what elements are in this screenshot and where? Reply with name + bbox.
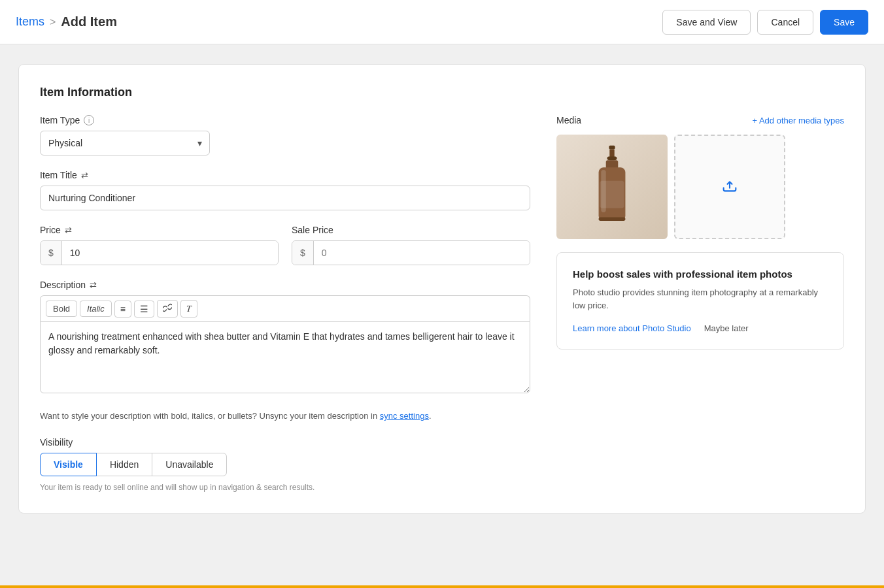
- header-actions: Save and View Cancel Save: [662, 10, 868, 35]
- boost-card-actions: Learn more about Photo Studio Maybe late…: [573, 323, 828, 333]
- items-breadcrumb-link[interactable]: Items: [16, 15, 44, 29]
- item-type-label-text: Item Type: [40, 115, 80, 125]
- breadcrumb-separator: >: [50, 16, 56, 28]
- italic-button[interactable]: Italic: [80, 301, 112, 317]
- sync-hint: Want to style your description with bold…: [40, 410, 530, 423]
- page-title: Add Item: [61, 14, 117, 29]
- sync-settings-link[interactable]: sync settings: [380, 411, 429, 421]
- upload-icon: [721, 176, 739, 198]
- left-column: Item Type i Physical Digital Service ▾: [40, 115, 530, 492]
- right-column: Media + Add other media types: [556, 115, 844, 492]
- save-and-view-button[interactable]: Save and View: [662, 10, 751, 35]
- svg-rect-7: [599, 217, 626, 221]
- item-title-label-text: Item Title: [40, 170, 77, 180]
- visibility-label-text: Visibility: [40, 437, 73, 448]
- item-type-select[interactable]: Physical Digital Service: [40, 131, 210, 155]
- price-label-text: Price: [40, 225, 61, 235]
- visibility-buttons: Visible Hidden Unavailable: [40, 453, 530, 476]
- item-type-group: Item Type i Physical Digital Service ▾: [40, 115, 530, 155]
- item-type-label: Item Type i: [40, 115, 530, 125]
- item-type-info-icon[interactable]: i: [84, 115, 94, 125]
- description-toolbar: Bold Italic ≡ ☰ 𝑇: [40, 295, 530, 321]
- visibility-label: Visibility: [40, 437, 530, 448]
- price-input-wrapper: $: [40, 240, 279, 265]
- svg-rect-2: [607, 157, 617, 161]
- price-group: Price ⇄ $ Sale Price $: [40, 225, 530, 265]
- description-group: Description ⇄ Bold Italic ≡ ☰ 𝑇 A nouris…: [40, 280, 530, 395]
- description-textarea[interactable]: A nourishing treatment enhanced with she…: [40, 321, 530, 393]
- ordered-list-button[interactable]: ☰: [134, 301, 154, 318]
- visibility-hint: Your item is ready to sell online and wi…: [40, 483, 530, 492]
- link-button[interactable]: [157, 300, 178, 318]
- main-container: Item Information Item Type i Physical Di…: [0, 44, 884, 533]
- visibility-unavailable-button[interactable]: Unavailable: [152, 453, 227, 476]
- description-label: Description ⇄: [40, 280, 530, 290]
- visibility-visible-button[interactable]: Visible: [40, 453, 97, 476]
- item-title-input[interactable]: [40, 186, 530, 210]
- save-button[interactable]: Save: [820, 10, 868, 35]
- bullet-list-button[interactable]: ≡: [114, 301, 131, 318]
- media-label: Media: [556, 115, 581, 125]
- bold-button[interactable]: Bold: [46, 301, 77, 317]
- sale-price-input-wrapper: $: [292, 240, 530, 265]
- media-header: Media + Add other media types: [556, 115, 844, 125]
- price-input[interactable]: [62, 241, 278, 265]
- item-title-label: Item Title ⇄: [40, 170, 530, 180]
- sale-price-label-text: Sale Price: [292, 225, 333, 235]
- visibility-hidden-button[interactable]: Hidden: [96, 453, 152, 476]
- item-type-select-wrapper: Physical Digital Service ▾: [40, 131, 210, 155]
- media-grid: [556, 135, 844, 239]
- sale-price-label: Sale Price: [292, 225, 530, 235]
- form-card: Item Information Item Type i Physical Di…: [18, 64, 866, 514]
- svg-rect-6: [600, 181, 624, 208]
- svg-rect-0: [609, 146, 615, 150]
- media-upload-box[interactable]: [674, 135, 785, 239]
- learn-more-photo-studio-link[interactable]: Learn more about Photo Studio: [573, 323, 691, 333]
- boost-card: Help boost sales with professional item …: [556, 252, 844, 350]
- description-label-text: Description: [40, 280, 86, 290]
- media-section: Media + Add other media types: [556, 115, 844, 239]
- product-bottle-image: [556, 135, 668, 239]
- boost-card-title: Help boost sales with professional item …: [573, 269, 828, 280]
- description-sync-icon[interactable]: ⇄: [90, 280, 97, 290]
- sale-price-prefix: $: [292, 241, 314, 265]
- svg-rect-3: [606, 160, 619, 169]
- price-label: Price ⇄: [40, 225, 279, 235]
- sale-price-field-group: Sale Price $: [292, 225, 530, 265]
- maybe-later-button[interactable]: Maybe later: [704, 323, 749, 333]
- add-other-media-link[interactable]: + Add other media types: [752, 116, 844, 125]
- visibility-group: Visibility Visible Hidden Unavailable Yo…: [40, 437, 530, 492]
- cancel-button[interactable]: Cancel: [757, 10, 813, 35]
- sale-price-input[interactable]: [314, 241, 530, 265]
- text-style-button[interactable]: 𝑇: [180, 300, 197, 318]
- price-sync-icon[interactable]: ⇄: [65, 225, 72, 235]
- price-field-group: Price ⇄ $: [40, 225, 279, 265]
- item-title-group: Item Title ⇄: [40, 170, 530, 210]
- sync-icon[interactable]: ⇄: [81, 171, 88, 180]
- sync-period: .: [429, 411, 432, 421]
- sync-hint-text: Want to style your description with bold…: [40, 411, 380, 421]
- section-title: Item Information: [40, 86, 844, 99]
- header: Items > Add Item Save and View Cancel Sa…: [0, 0, 884, 44]
- boost-card-description: Photo studio provides stunning item phot…: [573, 286, 828, 312]
- two-column-layout: Item Type i Physical Digital Service ▾: [40, 115, 844, 492]
- price-prefix: $: [41, 241, 62, 265]
- media-image-item[interactable]: [556, 135, 668, 239]
- breadcrumb: Items > Add Item: [16, 14, 117, 29]
